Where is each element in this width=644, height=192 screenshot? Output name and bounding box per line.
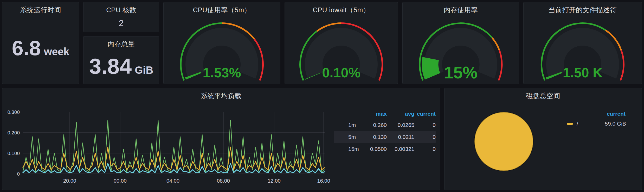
y-axis-tick-label: 0.200 (7, 130, 20, 135)
panel-title-uptime[interactable]: 系统运行时间 (2, 5, 79, 15)
legend-avg-15m: 0.00321 (387, 146, 414, 152)
panel-load-average: 系统平均负载 00.1000.2000.30020:0000:0004:0008… (2, 88, 440, 190)
pie-series-swatch (567, 123, 573, 125)
series-label-1m[interactable]: 1m (348, 122, 363, 128)
panel-mem-total: 内存总量 3.84 GiB (83, 36, 159, 84)
pie-legend-row: / 59.0 GiB (567, 121, 626, 127)
cpu-cores-stat: 2 (83, 18, 159, 27)
legend-max-1m: 0.260 (363, 122, 387, 128)
legend-row-5m: 5m0.1300.02110 (334, 131, 436, 143)
uptime-stat: 6.8 week (2, 38, 79, 59)
cpu-iowait-gauge: 0.10% (285, 11, 398, 84)
uptime-value: 6.8 (12, 38, 41, 59)
pie-legend-header-current[interactable]: current (607, 111, 626, 117)
grafana-dashboard: 系统运行时间 6.8 week CPU 核数 2 内存总量 3.84 GiB C… (0, 0, 644, 192)
legend-header-row: maxavgcurrent (334, 109, 436, 119)
pie-series-label[interactable]: / (577, 121, 578, 127)
legend-current-1m: 0 (414, 122, 436, 128)
disk-space-pie (445, 88, 642, 190)
gauge-value-arc (422, 57, 440, 80)
legend-max-15m: 0.0500 (363, 146, 387, 152)
legend-sort-current[interactable]: current (414, 111, 436, 117)
legend-row-1m: 1m0.2600.02650 (334, 119, 436, 131)
panel-uptime: 系统运行时间 6.8 week (2, 2, 79, 84)
x-axis-tick-label: 12:00 (268, 178, 281, 184)
panel-cpu-usage-gauge: CPU使用率（5m） 1.53% (163, 2, 280, 84)
panel-cpu-iowait-gauge: CPU iowait（5m） 0.10% (285, 2, 398, 84)
cpu-usage-gauge: 1.53% (164, 11, 280, 84)
series-label-15m[interactable]: 15m (348, 146, 363, 152)
pie-series-value: 59.0 GiB (605, 121, 626, 127)
panel-title-mem-total[interactable]: 内存总量 (83, 40, 159, 49)
panel-mem-usage-gauge: 内存使用率 15% (402, 2, 519, 84)
pie-slice-root[interactable] (474, 112, 533, 171)
x-axis-tick-label: 00:00 (114, 178, 127, 184)
legend-current-15m: 0 (414, 146, 436, 152)
panel-title-cpu-cores[interactable]: CPU 核数 (83, 5, 159, 15)
legend-max-5m: 0.130 (363, 134, 387, 140)
legend-current-5m: 0 (414, 134, 436, 140)
mem-total-stat: 3.84 GiB (83, 55, 159, 77)
x-axis-tick-label: 20:00 (63, 178, 76, 184)
gauge-value-text: 1.50 K (563, 65, 603, 80)
legend-avg-5m: 0.0211 (387, 134, 414, 140)
panel-cpu-cores: CPU 核数 2 (83, 2, 159, 32)
gauge-threshold-red (620, 50, 624, 80)
panel-open-fds-gauge: 当前打开的文件描述符 1.50 K (523, 2, 642, 84)
legend-sort-avg[interactable]: avg (387, 111, 414, 117)
mem-total-value: 3.84 (89, 55, 132, 77)
legend-avg-1m: 0.0265 (387, 122, 414, 128)
mem-total-unit: GiB (135, 65, 153, 75)
x-axis-tick-label: 16:00 (317, 178, 330, 184)
panel-disk-space: 磁盘总空间 current / 59.0 GiB (444, 88, 642, 190)
x-axis-tick-label: 08:00 (217, 178, 230, 184)
x-axis-tick-label: 04:00 (166, 178, 179, 184)
gauge-threshold-red (499, 50, 502, 80)
y-axis-tick-label: 0.300 (7, 109, 20, 115)
series-label-5m[interactable]: 5m (348, 134, 363, 140)
load-average-legend: maxavgcurrent1m0.2600.026505m0.1300.0211… (334, 109, 436, 155)
open-fds-gauge: 1.50 K (524, 11, 642, 84)
cpu-cores-value: 2 (119, 18, 124, 27)
uptime-unit: week (44, 46, 69, 57)
legend-sort-max[interactable]: max (363, 111, 387, 117)
gauge-value-text: 1.53% (203, 65, 241, 80)
y-axis-tick-label: 0 (17, 171, 20, 177)
mem-usage-gauge: 15% (403, 11, 519, 84)
gauge-value-text: 0.10% (322, 65, 360, 80)
y-axis-tick-label: 0.100 (7, 151, 20, 156)
legend-row-15m: 15m0.05000.003210 (334, 143, 436, 155)
gauge-value-text: 15% (444, 63, 477, 82)
